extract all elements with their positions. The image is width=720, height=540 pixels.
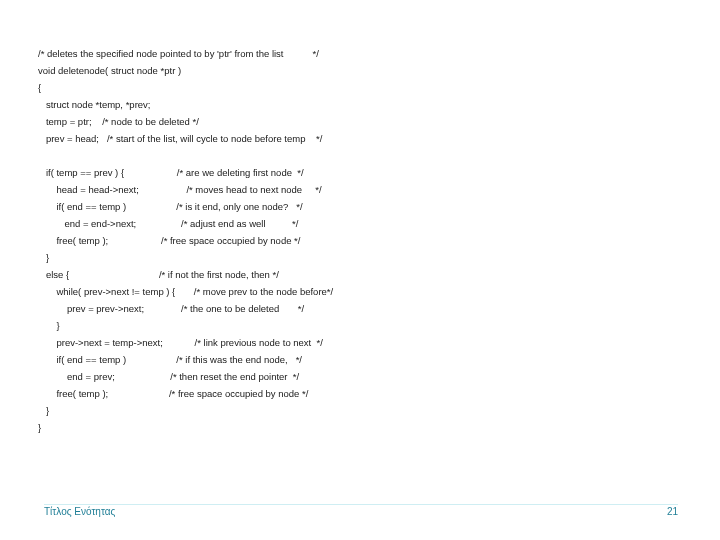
code-line: struct node *temp, *prev;: [38, 99, 150, 110]
code-line: }: [38, 405, 49, 416]
code-line: temp = ptr; /* node to be deleted */: [38, 116, 199, 127]
code-line: {: [38, 82, 41, 93]
code-line: /* deletes the specified node pointed to…: [38, 48, 319, 59]
code-line: prev->next = temp->next; /* link previou…: [38, 337, 323, 348]
code-line: prev = head; /* start of the list, will …: [38, 133, 322, 144]
code-line: if( temp == prev ) { /* are we deleting …: [38, 167, 304, 178]
code-line: end = end->next; /* adjust end as well *…: [38, 218, 298, 229]
code-line: if( end == temp ) /* if this was the end…: [38, 354, 302, 365]
code-line: prev = prev->next; /* the one to be dele…: [38, 303, 304, 314]
page-number: 21: [667, 506, 678, 517]
footer-title: Τίτλος Ενότητας: [44, 506, 115, 517]
code-line: }: [38, 252, 49, 263]
code-line: void deletenode( struct node *ptr ): [38, 65, 181, 76]
code-line: else { /* if not the first node, then */: [38, 269, 279, 280]
code-line: }: [38, 320, 60, 331]
slide: /* deletes the specified node pointed to…: [0, 0, 720, 540]
code-line: head = head->next; /* moves head to next…: [38, 184, 322, 195]
code-line: while( prev->next != temp ) { /* move pr…: [38, 286, 333, 297]
code-line: if( end == temp ) /* is it end, only one…: [38, 201, 303, 212]
code-line: free( temp ); /* free space occupied by …: [38, 388, 308, 399]
code-block: /* deletes the specified node pointed to…: [38, 28, 660, 436]
code-line: end = prev; /* then reset the end pointe…: [38, 371, 299, 382]
code-line: free( temp ); /* free space occupied by …: [38, 235, 300, 246]
code-line: }: [38, 422, 41, 433]
footer-divider: [44, 504, 678, 505]
footer: Τίτλος Ενότητας 21: [0, 506, 720, 526]
